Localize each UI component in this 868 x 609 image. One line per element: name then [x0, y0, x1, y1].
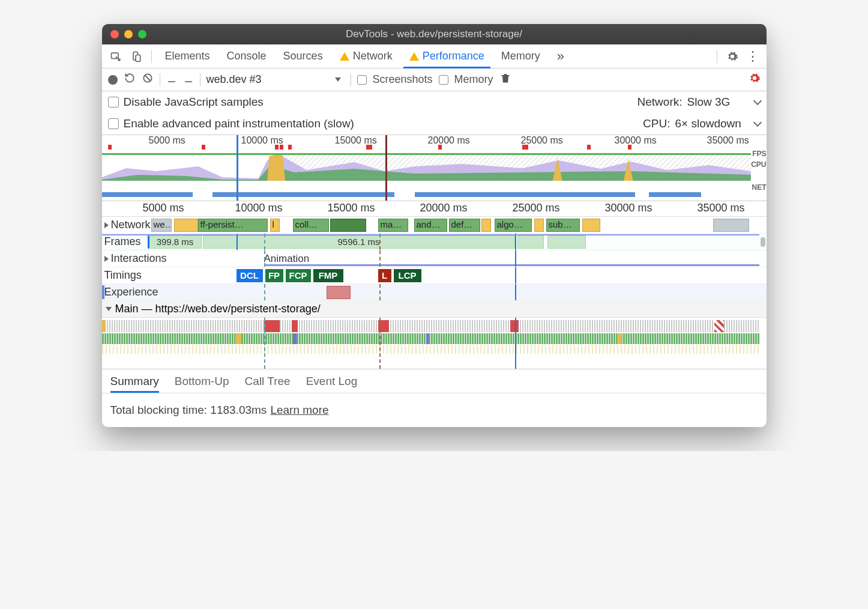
track-experience[interactable]: Experience — [102, 284, 767, 301]
long-task-marker — [202, 145, 205, 150]
warning-icon — [409, 52, 419, 61]
tab-elements[interactable]: Elements — [157, 44, 219, 68]
timeline-ruler[interactable]: 5000 ms 10000 ms 15000 ms 20000 ms 25000… — [102, 201, 767, 217]
long-task-marker — [522, 145, 528, 150]
cpu-area — [102, 153, 751, 181]
separator — [151, 50, 152, 63]
track-main-header[interactable]: Main — https://web.dev/persistent-storag… — [102, 301, 767, 318]
paint-instrumentation-checkbox[interactable] — [108, 118, 119, 129]
overview-cursor-a[interactable] — [237, 135, 238, 201]
long-task-marker — [366, 145, 372, 150]
track-timings[interactable]: Timings DCL FP FCP FMP L LCP — [102, 267, 767, 284]
tab-overflow[interactable]: » — [549, 44, 573, 68]
chevron-down-icon[interactable] — [753, 118, 761, 127]
memory-label: Memory — [454, 73, 493, 86]
maximize-icon[interactable] — [138, 30, 146, 38]
long-task-marker — [438, 145, 442, 150]
total-blocking-time: Total blocking time: 1183.03ms — [110, 404, 267, 417]
tab-sources[interactable]: Sources — [275, 44, 331, 68]
record-button[interactable] — [108, 75, 118, 85]
chevron-down-icon[interactable] — [753, 97, 761, 105]
track-frames[interactable]: Frames 399.8 ms 9596.1 ms — [102, 234, 767, 250]
device-toggle-icon[interactable] — [130, 50, 143, 63]
track-interactions[interactable]: Interactions Animation — [102, 250, 767, 267]
main-tab-bar: Elements Console Sources Network Perform… — [102, 44, 767, 68]
long-task-marker — [108, 145, 112, 150]
long-task-marker — [280, 145, 283, 150]
network-throttle-value[interactable]: Slow 3G — [687, 95, 747, 109]
separator — [717, 50, 717, 63]
tab-network[interactable]: Network — [331, 44, 401, 68]
collapse-icon[interactable] — [106, 307, 112, 311]
recording-select[interactable]: web.dev #3 — [206, 73, 345, 86]
load-profile-icon[interactable] — [166, 73, 177, 86]
inspect-icon[interactable] — [109, 50, 122, 63]
tab-memory[interactable]: Memory — [493, 44, 549, 68]
tab-bottom-up[interactable]: Bottom-Up — [175, 369, 229, 393]
overview-timeline[interactable]: 5000 ms 10000 ms 15000 ms 20000 ms 25000… — [102, 135, 767, 201]
chevron-down-icon — [335, 77, 341, 82]
overview-labels: FPS CPU NET — [749, 150, 767, 192]
svg-line-4 — [145, 75, 151, 81]
warning-icon — [340, 52, 349, 61]
minimize-icon[interactable] — [124, 30, 133, 38]
window-controls[interactable] — [110, 30, 146, 38]
track-network[interactable]: Network we… ff-persist… l coll… ma… and…… — [102, 217, 767, 234]
devtools-window: DevTools - web.dev/persistent-storage/ E… — [102, 24, 767, 427]
screenshots-label: Screenshots — [373, 73, 433, 86]
tab-console[interactable]: Console — [219, 44, 275, 68]
gear-icon[interactable] — [726, 50, 739, 63]
svg-rect-7 — [102, 153, 270, 155]
tab-event-log[interactable]: Event Log — [306, 369, 358, 393]
expand-icon[interactable] — [104, 256, 109, 262]
long-task-marker — [288, 145, 292, 150]
selection-line — [515, 234, 516, 250]
disable-js-label: Disable JavaScript samples — [124, 95, 264, 109]
overview-cursor-b[interactable] — [385, 135, 387, 201]
clear-icon[interactable] — [142, 72, 154, 87]
kebab-menu-icon[interactable]: ⋮ — [746, 50, 759, 63]
trash-icon[interactable] — [499, 72, 511, 87]
scrollbar[interactable] — [761, 237, 765, 247]
tab-summary[interactable]: Summary — [110, 369, 159, 393]
summary-footer: Total blocking time: 1183.03ms Learn mor… — [102, 393, 767, 427]
cpu-throttle-value[interactable]: 6× slowdown — [675, 117, 747, 130]
memory-checkbox[interactable] — [439, 75, 448, 85]
screenshots-checkbox[interactable] — [357, 75, 367, 85]
long-task-marker — [275, 145, 279, 150]
learn-more-link[interactable]: Learn more — [270, 404, 328, 417]
tab-call-tree[interactable]: Call Tree — [245, 369, 291, 393]
disable-js-checkbox[interactable] — [108, 97, 119, 108]
window-title: DevTools - web.dev/persistent-storage/ — [346, 28, 522, 40]
save-profile-icon[interactable] — [183, 73, 194, 86]
net-overview — [102, 192, 751, 197]
tab-performance[interactable]: Performance — [401, 44, 493, 68]
cpu-throttle-label: CPU: — [643, 117, 670, 130]
capture-settings: Disable JavaScript samples Network: Slow… — [102, 91, 767, 135]
perf-toolbar: web.dev #3 Screenshots Memory — [102, 68, 767, 91]
drawer-tab-bar: Summary Bottom-Up Call Tree Event Log — [102, 369, 767, 393]
paint-instrumentation-label: Enable advanced paint instrumentation (s… — [124, 117, 354, 130]
capture-settings-gear-icon[interactable] — [749, 72, 761, 87]
svg-rect-2 — [136, 55, 140, 61]
long-task-marker — [587, 145, 591, 150]
network-throttle-label: Network: — [637, 95, 683, 109]
flame-chart[interactable] — [102, 318, 767, 369]
experience-marker[interactable] — [327, 286, 351, 299]
titlebar: DevTools - web.dev/persistent-storage/ — [102, 24, 767, 44]
svg-rect-8 — [270, 153, 751, 155]
expand-icon[interactable] — [104, 222, 109, 228]
reload-icon[interactable] — [124, 72, 136, 87]
close-icon[interactable] — [110, 30, 119, 38]
long-task-marker — [628, 145, 631, 150]
